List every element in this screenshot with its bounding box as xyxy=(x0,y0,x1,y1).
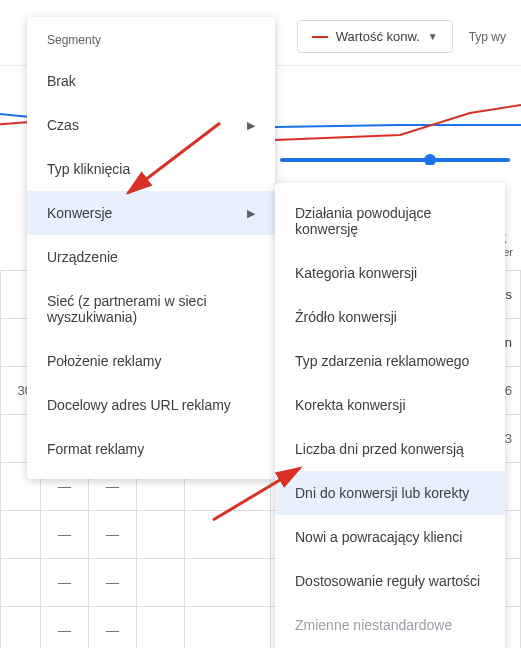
submenu-item-value-rule-adjustment[interactable]: Dostosowanie reguły wartości xyxy=(275,559,505,603)
svg-rect-2 xyxy=(280,158,510,162)
segment-item-ad-position[interactable]: Położenie reklamy xyxy=(27,339,275,383)
segment-item-conversions[interactable]: Konwersje▶ xyxy=(27,191,275,235)
menu-header: Segmenty xyxy=(27,25,275,59)
segment-item-device[interactable]: Urządzenie xyxy=(27,235,275,279)
segment-item-network[interactable]: Sieć (z partnerami w sieci wyszukiwania) xyxy=(27,279,275,339)
conversions-submenu: Działania powodujące konwersję Kategoria… xyxy=(275,183,505,648)
submenu-item-conversion-category[interactable]: Kategoria konwersji xyxy=(275,251,505,295)
chart-type-label: Typ wy xyxy=(469,30,506,44)
segment-item-target-url[interactable]: Docelowy adres URL reklamy xyxy=(27,383,275,427)
submenu-item-conversion-source[interactable]: Źródło konwersji xyxy=(275,295,505,339)
chevron-right-icon: ▶ xyxy=(247,119,255,132)
segment-item-none[interactable]: Brak xyxy=(27,59,275,103)
submenu-item-new-vs-returning[interactable]: Nowi a powracający klienci xyxy=(275,515,505,559)
chevron-right-icon: ▶ xyxy=(247,207,255,220)
segment-item-ad-format[interactable]: Format reklamy xyxy=(27,427,275,471)
submenu-item-conversion-actions[interactable]: Działania powodujące konwersję xyxy=(275,191,505,251)
segments-menu: Segmenty Brak Czas▶ Typ kliknięcia Konwe… xyxy=(27,17,275,479)
segment-item-time[interactable]: Czas▶ xyxy=(27,103,275,147)
chevron-down-icon: ▼ xyxy=(428,31,438,42)
segment-item-click-type[interactable]: Typ kliknięcia xyxy=(27,147,275,191)
series-color-icon xyxy=(312,36,328,38)
metric-label: Wartość konw. xyxy=(336,29,420,44)
submenu-item-days-to-conversion-or-adjustment[interactable]: Dni do konwersji lub korekty xyxy=(275,471,505,515)
submenu-item-days-before-conversion[interactable]: Liczba dni przed konwersją xyxy=(275,427,505,471)
submenu-item-custom-variables: Zmienne niestandardowe xyxy=(275,603,505,647)
metric-selector-button[interactable]: Wartość konw. ▼ xyxy=(297,20,453,53)
submenu-item-ad-event-type[interactable]: Typ zdarzenia reklamowego xyxy=(275,339,505,383)
submenu-item-conversion-adjustment[interactable]: Korekta konwersji xyxy=(275,383,505,427)
